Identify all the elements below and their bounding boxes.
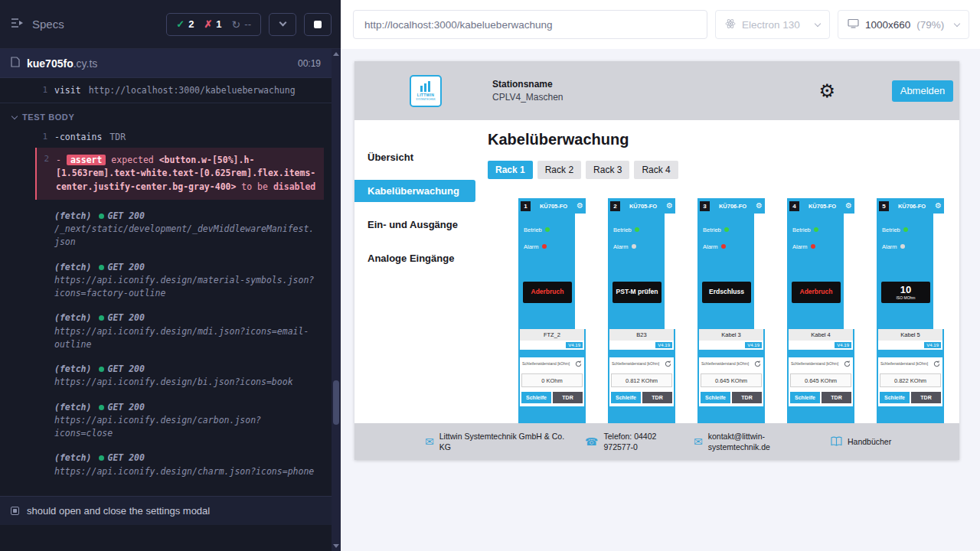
nav-item--bersicht[interactable]: Übersicht — [354, 146, 475, 168]
tdr-button[interactable]: TDR — [642, 392, 672, 403]
card-gear-icon[interactable]: ⚙ — [845, 202, 852, 210]
card-gear-icon[interactable]: ⚙ — [666, 202, 673, 210]
fetch-log: (fetch)GET 200/_next/static/development/… — [0, 208, 332, 480]
settings-gear-icon[interactable]: ⚙ — [818, 82, 835, 100]
card-header: 4KÜ705-FO⚙ — [787, 198, 854, 214]
tab-rack-4[interactable]: Rack 4 — [634, 161, 678, 179]
card-strip — [754, 214, 765, 329]
refresh-icon[interactable] — [575, 360, 582, 367]
resistance-value: 0.822 KOhm — [880, 373, 941, 387]
refresh-icon[interactable] — [844, 360, 851, 367]
schleife-button[interactable]: Schleife — [880, 392, 910, 403]
company-name: Littwin Systemtechnik GmbH & Co. KG — [439, 431, 567, 452]
failed-count: 1 — [216, 18, 221, 30]
tab-rack-2[interactable]: Rack 2 — [537, 161, 581, 179]
runner-header: Specs ✓ 2 ✗ 1 ↻ -- — [0, 0, 341, 49]
refresh-icon[interactable] — [665, 360, 671, 367]
alarm-led — [811, 244, 815, 249]
mail-icon: ✉ — [694, 436, 703, 447]
fetch-log-entry[interactable]: (fetch)GET 200https://api.iconify.design… — [0, 310, 332, 353]
card-strip — [575, 214, 586, 329]
fetch-url: /_next/static/development/_devMiddleware… — [54, 223, 318, 249]
electron-icon — [725, 18, 736, 31]
command-name: -contains — [54, 132, 102, 142]
card-header: 1KÜ705-FO⚙ — [518, 198, 586, 214]
fetch-status: GET 200 — [107, 452, 144, 463]
firmware-version: V4.19 — [655, 342, 672, 348]
scroll-up-arrow[interactable] — [333, 52, 339, 56]
fetch-log-entry[interactable]: (fetch)GET 200https://api.iconify.design… — [0, 399, 332, 442]
card-gear-icon[interactable]: ⚙ — [756, 202, 763, 210]
schleife-button[interactable]: Schleife — [611, 392, 641, 403]
contains-command[interactable]: 1 -containsTDR — [0, 128, 332, 146]
betrieb-indicator: Betrieb — [787, 224, 844, 235]
device-card: 5KÜ706-FO⚙BetriebAlarm10ISO MOhmKabel 5V… — [877, 198, 944, 423]
nav-item-kabel-berwachung[interactable]: Kabelüberwachung — [354, 180, 475, 202]
scrollbar-thumb[interactable] — [333, 380, 339, 425]
test-body-section[interactable]: TEST BODY — [0, 106, 332, 128]
manuals-link[interactable]: Handbücher — [831, 436, 891, 447]
fetch-log-entry[interactable]: (fetch)GET 200/_next/static/development/… — [0, 208, 332, 251]
next-test-bar[interactable]: should open and close the settings modal — [0, 496, 332, 525]
schleife-button[interactable]: Schleife — [790, 392, 820, 403]
viewport-icon — [848, 18, 859, 31]
tdr-button[interactable]: TDR — [553, 392, 583, 403]
cards-row: 1KÜ705-FO⚙BetriebAlarmAderbruchFTZ_2V4.1… — [518, 198, 959, 423]
card-gear-icon[interactable]: ⚙ — [935, 202, 942, 210]
line-number: 1 — [29, 132, 47, 142]
fetch-log-entry[interactable]: (fetch)GET 200https://api.iconify.design… — [0, 450, 332, 480]
browser-select[interactable]: Electron 130 — [715, 10, 830, 39]
alarm-indicator: Alarm — [697, 241, 754, 252]
firmware-version: V4.19 — [924, 342, 941, 348]
assert-expected-state: disabled — [273, 181, 315, 192]
scroll-down-arrow[interactable] — [333, 544, 339, 548]
betrieb-led — [635, 227, 639, 232]
spec-bar[interactable]: kue705fo.cy.ts 00:19 — [0, 49, 332, 78]
specs-label[interactable]: Specs — [32, 18, 64, 31]
betrieb-indicator: Betrieb — [518, 224, 575, 235]
fetch-tag: (fetch) — [54, 210, 91, 221]
assert-dash: - — [56, 155, 61, 165]
failed-assert-command[interactable]: 2 - assert expected <button.w-[50%].h-[1… — [35, 148, 324, 200]
tab-rack-1[interactable]: Rack 1 — [488, 161, 533, 179]
url-input[interactable] — [353, 10, 707, 39]
nav-item-ein-und-ausg-nge[interactable]: Ein- und Ausgänge — [354, 214, 475, 236]
fetch-log-entry[interactable]: (fetch)GET 200https://api.iconify.design… — [0, 361, 332, 391]
logout-button[interactable]: Abmelden — [892, 80, 953, 102]
resistance-value: 0.645 KOhm — [790, 373, 851, 387]
device-card: 3KÜ706-FO⚙BetriebAlarmErdschlussKabel 3V… — [697, 198, 765, 423]
tdr-button[interactable]: TDR — [732, 392, 762, 403]
chevron-down-icon — [279, 19, 286, 27]
schleife-button[interactable]: Schleife — [701, 392, 730, 403]
tdr-button[interactable]: TDR — [911, 392, 941, 403]
stop-icon — [314, 21, 322, 28]
refresh-icon[interactable] — [933, 360, 940, 367]
spec-extension: .cy.ts — [74, 57, 98, 70]
status-message: Aderbruch — [531, 289, 564, 295]
alarm-led — [542, 244, 547, 249]
card-title: KÜ705-FO — [802, 203, 843, 210]
viewport-select[interactable]: 1000x660 (79%) — [838, 10, 969, 39]
collapse-button[interactable] — [269, 13, 296, 36]
firmware-version: V4.19 — [566, 342, 583, 348]
card-gear-icon[interactable]: ⚙ — [577, 202, 583, 210]
card-number-badge: 4 — [789, 201, 799, 211]
fetch-url: https://api.iconify.design/mdi.json?icon… — [54, 325, 318, 352]
fetch-log-entry[interactable]: (fetch)GET 200https://api.iconify.design… — [0, 259, 332, 302]
tdr-button[interactable]: TDR — [822, 392, 851, 403]
schleife-button[interactable]: Schleife — [521, 392, 551, 403]
card-header: 3KÜ706-FO⚙ — [697, 198, 765, 214]
test-icon — [11, 507, 19, 515]
refresh-icon[interactable] — [754, 360, 761, 367]
tab-rack-3[interactable]: Rack 3 — [586, 161, 629, 179]
manuals-label: Handbücher — [848, 436, 891, 447]
cable-name: Kabel 3 — [699, 329, 763, 341]
app-header: LITTWIN SYSTEMTECHNIK Stationsname CPLV4… — [354, 61, 959, 120]
specs-menu-icon[interactable] — [11, 18, 24, 31]
nav-item-analoge-eing-nge[interactable]: Analoge Eingänge — [354, 247, 475, 269]
fetch-status: GET 200 — [107, 312, 144, 323]
visit-command[interactable]: 1 visithttp://localhost:3000/kabelueberw… — [0, 81, 332, 99]
resistance-label: Schleifenwiderstand [kOhm] — [701, 361, 749, 366]
stop-button[interactable] — [304, 13, 332, 36]
phone-icon: ☎ — [585, 436, 598, 447]
